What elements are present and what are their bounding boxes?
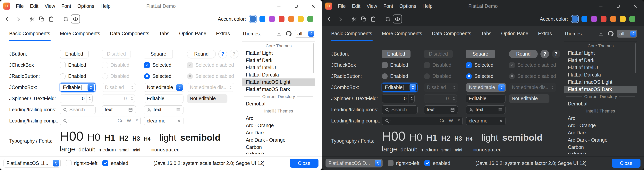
date-field[interactable]: text xyxy=(424,105,458,114)
theme-list-item[interactable]: Arc - Orange xyxy=(242,122,315,129)
tab-basic-components[interactable]: Basic Components xyxy=(9,26,50,41)
checkbox-enabled[interactable]: Enabled xyxy=(382,62,408,68)
forward-button[interactable] xyxy=(335,15,344,24)
github-button[interactable] xyxy=(285,30,292,37)
accent-swatch-yellow[interactable] xyxy=(298,16,304,22)
regex-toggle[interactable]: .* xyxy=(456,118,460,123)
radio-enabled[interactable]: Enabled xyxy=(60,73,86,79)
editable-textfield[interactable]: Editable xyxy=(144,94,184,103)
theme-list-item[interactable]: Cobalt 2 xyxy=(242,151,315,154)
calendar-icon[interactable] xyxy=(128,107,133,112)
calendar-icon[interactable] xyxy=(450,107,455,112)
copy-button[interactable] xyxy=(37,15,46,24)
clear-text-button[interactable] xyxy=(499,119,503,123)
theme-list-item[interactable]: FlatLaf Dark xyxy=(242,57,315,64)
date-field[interactable]: text xyxy=(102,105,136,114)
match-case-toggle[interactable]: Cc xyxy=(118,118,124,123)
theme-list-item[interactable]: Cobalt 2 xyxy=(564,151,637,154)
theme-list-item[interactable]: Arc Dark xyxy=(564,129,637,136)
theme-switcher-combo[interactable]: FlatLaf macOS Li... xyxy=(4,159,60,167)
help-button[interactable]: ? xyxy=(540,50,549,58)
theme-list-item[interactable]: FlatLaf IntelliJ xyxy=(564,64,637,71)
clear-me-field[interactable]: clear me xyxy=(466,117,506,125)
radio-selected[interactable]: Selected xyxy=(466,73,493,79)
theme-list-item[interactable]: FlatLaf macOS Dark xyxy=(242,86,315,93)
menu-view[interactable]: View xyxy=(364,0,380,12)
themes-scrollbar[interactable] xyxy=(312,43,314,73)
accent-swatch-red[interactable] xyxy=(600,16,606,22)
match-case-toggle[interactable]: Cc xyxy=(440,118,446,123)
radio-enabled[interactable]: Enabled xyxy=(382,73,408,79)
copy-button[interactable] xyxy=(359,15,368,24)
menu-file[interactable]: File xyxy=(335,0,349,12)
theme-switcher-combo[interactable]: FlatLaf macOS D... xyxy=(326,159,382,167)
combobox-arrows-button[interactable] xyxy=(630,31,636,37)
search-history-field[interactable]: Cc W .* xyxy=(382,117,463,125)
theme-list-item[interactable]: Carbon xyxy=(242,144,315,151)
show-hidden-toggle-button[interactable] xyxy=(71,15,80,24)
github-button[interactable] xyxy=(607,30,614,37)
spinner-stepper-buttons[interactable] xyxy=(408,94,414,103)
combobox-arrows-button[interactable] xyxy=(176,84,183,91)
right-to-left-checkbox[interactable]: right-to-left xyxy=(66,160,97,166)
themes-scrollbar[interactable] xyxy=(634,43,636,73)
tab-option-pane[interactable]: Option Pane xyxy=(179,26,206,41)
close-window-button[interactable] xyxy=(304,0,322,12)
theme-list-item[interactable]: FlatLaf Light xyxy=(564,50,637,57)
enabled-button[interactable]: Enabled xyxy=(382,50,410,58)
tab-more-components[interactable]: More Components xyxy=(60,26,100,41)
checkbox-selected[interactable]: Selected xyxy=(144,62,171,68)
theme-list-item[interactable]: FlatLaf Light xyxy=(242,50,315,57)
accent-swatch-red[interactable] xyxy=(278,16,284,22)
theme-list-item[interactable]: Arc Dark xyxy=(242,129,315,136)
maximize-button[interactable] xyxy=(288,0,304,12)
theme-list-item[interactable]: Arc xyxy=(242,115,315,122)
refresh-button[interactable] xyxy=(61,15,70,24)
help-button[interactable]: ? xyxy=(218,50,227,58)
cut-button[interactable] xyxy=(28,15,36,24)
accent-swatch-orange[interactable] xyxy=(610,16,616,22)
back-button[interactable] xyxy=(3,15,12,24)
accent-swatch-purple[interactable] xyxy=(269,16,275,22)
tab-data-components[interactable]: Data Components xyxy=(110,26,149,41)
accent-swatch-blue[interactable] xyxy=(260,16,265,22)
minimize-button[interactable] xyxy=(270,0,288,12)
spinner[interactable]: 0 xyxy=(382,94,414,103)
tab-extras[interactable]: Extras xyxy=(538,26,552,41)
whole-words-toggle[interactable]: W xyxy=(127,118,131,123)
cut-button[interactable] xyxy=(350,15,358,24)
theme-list-item[interactable]: FlatLaf macOS Light xyxy=(564,78,637,86)
download-theme-button[interactable] xyxy=(275,30,283,37)
tab-more-components[interactable]: More Components xyxy=(382,26,422,41)
download-theme-button[interactable] xyxy=(597,30,605,37)
square-button[interactable]: Square xyxy=(144,50,173,58)
regex-toggle[interactable]: .* xyxy=(134,118,138,123)
theme-list-item[interactable]: Arc xyxy=(564,115,637,122)
accent-swatch-green[interactable] xyxy=(307,16,313,22)
spinner-stepper-buttons[interactable] xyxy=(86,94,92,103)
menu-options[interactable]: Options xyxy=(396,0,419,12)
search-field[interactable]: Search xyxy=(60,105,96,114)
editable-textfield[interactable]: Editable xyxy=(466,94,506,103)
theme-list-item[interactable]: Arc Dark - Orange xyxy=(242,136,315,144)
noneditable-combobox[interactable]: Not editable xyxy=(144,83,184,92)
theme-list-item[interactable]: FlatLaf macOS Dark xyxy=(564,86,637,93)
combobox-arrows-button[interactable] xyxy=(375,160,382,166)
checkbox-enabled[interactable]: Enabled xyxy=(60,62,86,68)
accent-swatch-default[interactable] xyxy=(572,16,578,22)
enabled-checkbox[interactable]: enabled xyxy=(424,160,450,166)
forward-button[interactable] xyxy=(13,15,22,24)
theme-list-item[interactable]: FlatLaf Dark xyxy=(564,57,637,64)
menu-edit[interactable]: Edit xyxy=(349,0,364,12)
user-field[interactable]: text xyxy=(144,105,184,114)
checkbox-selected[interactable]: Selected xyxy=(466,62,493,68)
tab-tabs[interactable]: Tabs xyxy=(159,26,170,41)
enabled-button[interactable]: Enabled xyxy=(60,50,88,58)
accent-swatch-orange[interactable] xyxy=(288,16,294,22)
theme-list-item[interactable]: Carbon xyxy=(564,144,637,151)
accent-swatch-blue[interactable] xyxy=(582,16,587,22)
paste-button[interactable] xyxy=(369,15,378,24)
theme-list-item[interactable]: FlatLaf Darcula xyxy=(564,71,637,78)
clear-me-field[interactable]: clear me xyxy=(144,117,184,125)
clear-text-button[interactable] xyxy=(177,119,181,123)
